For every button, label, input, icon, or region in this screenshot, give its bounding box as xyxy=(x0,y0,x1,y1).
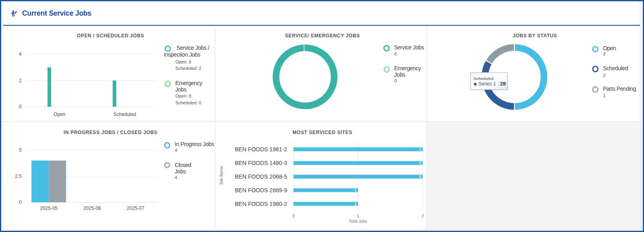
empty-area-right-strip xyxy=(640,121,643,230)
jobs-by-status-donut-chart[interactable] xyxy=(427,26,640,121)
bar-value-label: 2 xyxy=(419,175,421,179)
donut-segment-Parts Pending[interactable] xyxy=(489,47,514,62)
bar-2025-05-In Progress Jobs[interactable] xyxy=(31,160,49,202)
axis-label: 2 xyxy=(422,214,424,218)
open-scheduled-bar-chart[interactable]: 024OpenScheduled xyxy=(3,26,215,121)
site-name-label: BEN FOODS 2889-9 xyxy=(235,187,287,193)
bar-value-label: 2 xyxy=(419,161,421,165)
site-name-label: BEN FOODS 1980-2 xyxy=(235,200,287,207)
most-serviced-sites-bar-chart[interactable]: 0122BEN FOODS 1961-22BEN FOODS 1480-32BE… xyxy=(215,122,427,230)
bar-BEN FOODS 2889-9[interactable] xyxy=(293,188,358,192)
panel-header: Current Service Jobs xyxy=(3,2,640,25)
jobs-by-status-chart: JOBS BY STATUS Scheduled Series 1 : 28 O… xyxy=(427,26,640,121)
tooltip-series-label: Series 1 : xyxy=(478,81,499,87)
site-name-label: BEN FOODS 1961-2 xyxy=(235,146,287,153)
most-serviced-sites-chart: MOST SERVICED SITES 0122BEN FOODS 1961-2… xyxy=(215,121,427,230)
axis-label: 2.5 xyxy=(15,173,22,179)
site-name-label: BEN FOODS 2068-5 xyxy=(235,173,287,180)
axis-label: 2025-06 xyxy=(83,206,101,211)
axis-label: 0 xyxy=(292,214,294,218)
path xyxy=(16,11,17,12)
bar-value-label: 1 xyxy=(354,188,356,192)
open-scheduled-jobs-chart: OPEN / SCHEDULED JOBS 024OpenScheduled S… xyxy=(3,26,215,121)
bar-Open-Service Jobs / Inspection Jobs[interactable] xyxy=(47,67,51,106)
site-name-label: BEN FOODS 1480-3 xyxy=(235,160,287,166)
bar-2025-05-Closed Jobs[interactable] xyxy=(49,160,66,202)
axis-label: 2025-07 xyxy=(127,206,144,211)
service-emergency-donut-chart[interactable] xyxy=(215,26,427,121)
bar-value-label: 2 xyxy=(419,147,421,151)
axis-label: Scheduled xyxy=(113,112,136,117)
axis-label: 5 xyxy=(19,147,22,153)
panel-title: Current Service Jobs xyxy=(22,10,91,17)
panel-frame: Current Service Jobs OPEN / SCHEDULED JO… xyxy=(3,2,640,230)
donut-segment-Service Jobs[interactable] xyxy=(276,48,334,106)
tooltip-value: 28 xyxy=(500,81,506,87)
tooltip-series-dot xyxy=(474,83,477,85)
service-emergency-jobs-chart: SERVICE/ EMERGENCY JOBS Service Jobs6Eme… xyxy=(215,26,427,121)
x-axis-title: Total Jobs xyxy=(349,219,367,223)
bar-value-label: 1 xyxy=(354,202,356,206)
bar-BEN FOODS 1961-2[interactable] xyxy=(293,147,422,151)
bar-BEN FOODS 1480-3[interactable] xyxy=(293,161,422,165)
tooltip-segment-label: Scheduled xyxy=(474,76,494,81)
charts-grid: OPEN / SCHEDULED JOBS 024OpenScheduled S… xyxy=(3,26,640,230)
axis-label: 4 xyxy=(19,51,22,57)
path xyxy=(13,14,14,16)
in-progress-closed-bar-chart[interactable]: 02.552025-052025-062025-07 xyxy=(3,122,215,230)
axis-label: 0 xyxy=(19,199,22,205)
chart-tooltip: Scheduled Series 1 : 28 xyxy=(470,72,508,90)
bar-BEN FOODS 2068-5[interactable] xyxy=(293,175,422,179)
axis-label: 2025-05 xyxy=(40,206,58,211)
service-worker-icon xyxy=(11,10,17,17)
in-progress-closed-jobs-chart: IN PROGRESS JOBS / CLOSED JOBS 02.552025… xyxy=(3,121,215,230)
current-service-jobs-panel: Current Service Jobs OPEN / SCHEDULED JO… xyxy=(0,0,644,232)
bar-Scheduled-Service Jobs / Inspection Jobs[interactable] xyxy=(113,80,116,107)
y-axis-title: Site Name xyxy=(219,165,223,184)
axis-label: Open xyxy=(53,112,65,117)
axis-label: 0 xyxy=(19,104,22,110)
axis-label: 2 xyxy=(19,77,22,83)
axis-label: 1 xyxy=(357,214,359,218)
bar-BEN FOODS 1980-2[interactable] xyxy=(293,202,358,206)
donut-segment-Open[interactable] xyxy=(515,47,544,106)
tooltip-series-text: Series 1 : 28 xyxy=(478,81,506,87)
empty-panel-area xyxy=(427,121,640,230)
